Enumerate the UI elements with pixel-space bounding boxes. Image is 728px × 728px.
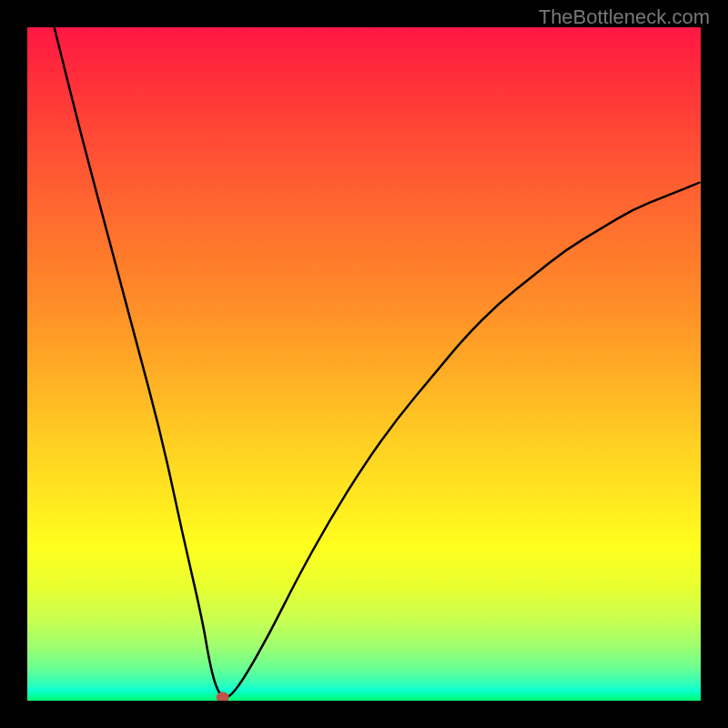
- bottleneck-curve-path: [55, 27, 701, 697]
- optimal-point-marker: [217, 692, 229, 701]
- watermark-text: TheBottleneck.com: [539, 5, 710, 29]
- chart-container: [27, 27, 701, 701]
- chart-svg: [27, 27, 701, 701]
